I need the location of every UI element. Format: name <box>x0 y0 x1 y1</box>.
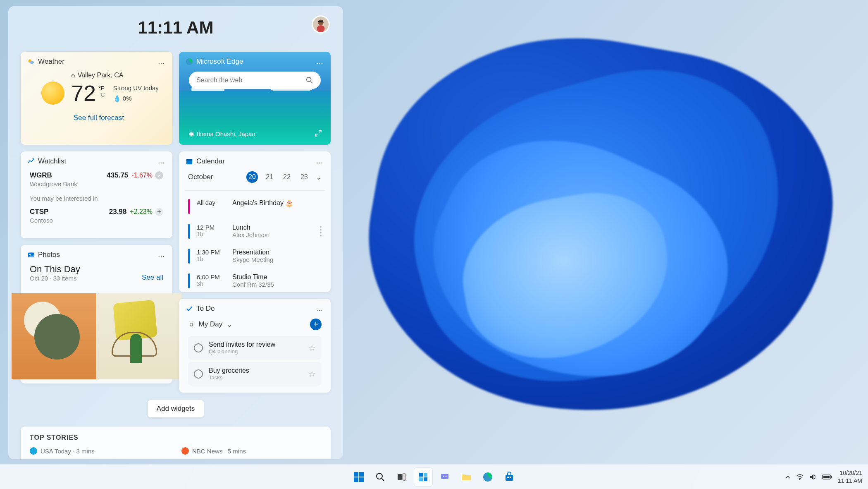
taskbar-clock[interactable]: 10/20/21 11:11 AM <box>838 469 862 484</box>
svg-rect-14 <box>186 159 192 161</box>
wifi-icon[interactable] <box>796 473 804 481</box>
svg-line-11 <box>319 130 321 133</box>
todo-widget[interactable]: To Do ⋯ ☼ My Day ⌄ + Send invites for re… <box>179 299 331 393</box>
photo-thumbnail[interactable] <box>97 293 182 379</box>
home-icon: ⌂ <box>71 72 75 79</box>
top-stories-heading: TOP STORIES <box>30 434 322 441</box>
weather-precipitation: 💧0% <box>113 95 159 102</box>
file-explorer-button[interactable] <box>457 468 475 486</box>
sun-outline-icon: ☼ <box>188 320 195 328</box>
weather-temperature: 72 °F°C <box>71 82 105 104</box>
task-view-button[interactable] <box>393 468 411 486</box>
volume-icon[interactable] <box>809 473 817 481</box>
todo-more-button[interactable]: ⋯ <box>313 304 326 316</box>
todo-list-name[interactable]: My Day <box>199 320 223 328</box>
svg-point-28 <box>443 475 444 477</box>
svg-rect-16 <box>359 472 364 477</box>
star-icon[interactable]: ☆ <box>308 343 316 353</box>
svg-line-20 <box>382 478 384 481</box>
battery-icon[interactable] <box>822 474 832 480</box>
todo-task[interactable]: Buy groceriesTasks ☆ <box>188 362 322 386</box>
stock-row[interactable]: WGRB 435.75 -1.67% Woodgrove Bank <box>30 171 163 187</box>
photo-thumbnail[interactable] <box>12 293 96 379</box>
calendar-event[interactable]: 12 PM1h LunchAlex Johnson <box>186 219 323 244</box>
edge-image-location: ◉Ikema Ohashi, Japan <box>189 130 255 137</box>
svg-line-12 <box>315 134 318 136</box>
watchlist-more-button[interactable]: ⋯ <box>155 156 167 169</box>
svg-line-10 <box>311 82 313 84</box>
star-icon[interactable]: ☆ <box>308 369 316 379</box>
svg-point-29 <box>446 475 447 477</box>
store-button[interactable] <box>500 468 518 486</box>
edge-search-input[interactable] <box>189 72 321 89</box>
svg-rect-26 <box>424 477 427 481</box>
svg-rect-27 <box>441 474 448 479</box>
task-checkbox[interactable] <box>194 369 203 379</box>
svg-rect-18 <box>359 477 364 482</box>
start-button[interactable] <box>350 468 368 486</box>
weather-location: Valley Park, CA <box>78 72 124 79</box>
chevron-down-icon[interactable]: ⌄ <box>227 320 232 329</box>
news-story[interactable]: NBC News · 5 mins Are coffee naps the an… <box>181 447 322 459</box>
svg-point-7 <box>29 254 31 255</box>
widgets-panel: 11:11 AM Weather ⋯ ⌂Valley Park, CA <box>8 6 343 459</box>
photos-meta: Oct 20 · 33 items <box>30 275 80 282</box>
weather-condition: Strong UV today <box>113 84 159 91</box>
svg-rect-24 <box>424 473 427 477</box>
check-icon <box>155 171 163 180</box>
svg-rect-3 <box>318 21 323 23</box>
calendar-day[interactable]: 20 <box>246 171 258 183</box>
chevron-down-icon[interactable]: ⌄ <box>316 173 322 182</box>
sun-icon <box>41 82 64 105</box>
calendar-day[interactable]: 21 <box>264 173 275 181</box>
svg-rect-2 <box>317 25 325 32</box>
location-icon: ◉ <box>189 130 194 137</box>
calendar-event[interactable]: All day Angela's Birthday 🎂 <box>186 194 323 219</box>
calendar-event[interactable]: 6:00 PM3h Studio TimeConf Rm 32/35 <box>186 268 323 293</box>
edge-more-button[interactable]: ⋯ <box>313 57 326 69</box>
weather-title: Weather <box>38 58 64 66</box>
news-story[interactable]: USA Today · 3 mins One of the smallest b… <box>30 447 170 459</box>
calendar-month: October <box>188 173 213 181</box>
add-widgets-button[interactable]: Add widgets <box>148 400 204 417</box>
tray-chevron-icon[interactable] <box>785 474 791 480</box>
top-stories-section: TOP STORIES USA Today · 3 mins One of th… <box>21 427 331 459</box>
panel-time: 11:11 AM <box>138 18 214 38</box>
task-checkbox[interactable] <box>194 343 203 352</box>
svg-rect-30 <box>462 475 471 480</box>
chat-button[interactable] <box>436 468 454 486</box>
weather-widget[interactable]: Weather ⋯ ⌂Valley Park, CA 72 °F°C Stron… <box>21 52 172 145</box>
photos-more-button[interactable]: ⋯ <box>155 250 167 262</box>
svg-rect-22 <box>403 474 406 480</box>
photos-widget[interactable]: Photos ⋯ On This Day Oct 20 · 33 items S… <box>21 245 172 384</box>
calendar-day[interactable]: 23 <box>298 173 310 181</box>
svg-rect-15 <box>354 472 358 477</box>
add-stock-icon[interactable]: + <box>155 208 163 216</box>
svg-rect-32 <box>506 475 513 481</box>
watchlist-interest-note: You may be interested in <box>30 195 163 202</box>
widgets-button[interactable] <box>414 468 432 486</box>
watchlist-widget[interactable]: Watchlist ⋯ WGRB 435.75 -1.67% Woodgrove… <box>21 151 172 238</box>
svg-rect-34 <box>510 477 511 478</box>
todo-task[interactable]: Send invites for reviewQ4 planning ☆ <box>188 336 322 360</box>
edge-button[interactable] <box>479 468 497 486</box>
user-avatar[interactable] <box>312 15 330 34</box>
svg-point-9 <box>307 77 311 82</box>
add-task-button[interactable]: + <box>310 319 322 330</box>
weather-more-button[interactable]: ⋯ <box>155 57 167 69</box>
search-button[interactable] <box>371 468 389 486</box>
see-all-photos-link[interactable]: See all <box>142 273 163 282</box>
calendar-day[interactable]: 22 <box>281 173 293 181</box>
edge-widget[interactable]: Microsoft Edge ⋯ ◉Ikema Ohashi, Japan <box>179 52 331 145</box>
expand-icon[interactable] <box>314 129 322 137</box>
calendar-more-button[interactable]: ⋯ <box>313 156 326 169</box>
svg-marker-36 <box>810 474 813 480</box>
calendar-event[interactable]: 1:30 PM1h PresentationSkype Meeting <box>186 244 323 268</box>
calendar-widget[interactable]: Calendar ⋯ October 20 21 22 23 ⌄ All day… <box>179 151 331 292</box>
weather-icon <box>27 58 35 65</box>
stock-row[interactable]: CTSP 23.98 +2.23% + Contoso <box>30 208 163 224</box>
search-icon <box>306 77 313 84</box>
see-forecast-link[interactable]: See full forecast <box>74 114 164 122</box>
svg-rect-21 <box>398 474 402 480</box>
svg-point-5 <box>29 61 34 64</box>
